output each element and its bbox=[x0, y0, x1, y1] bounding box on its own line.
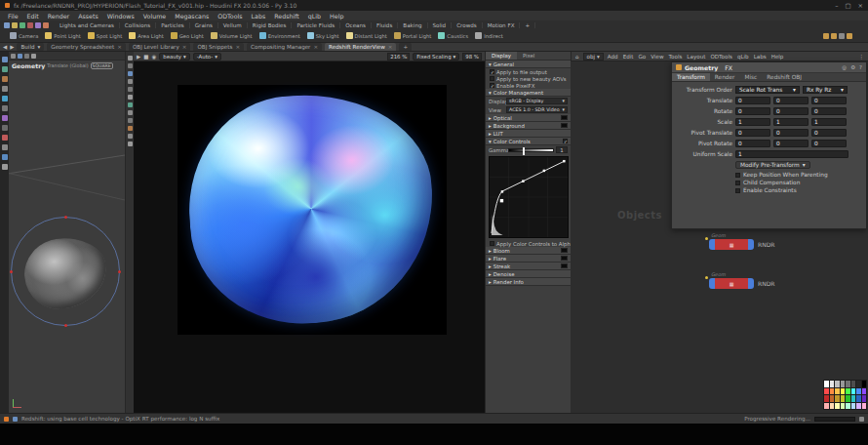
section-flare[interactable]: ▸ Flare bbox=[486, 255, 571, 263]
shelf-tab[interactable]: Motion FX bbox=[483, 22, 521, 28]
slider-handle[interactable] bbox=[523, 147, 525, 155]
rotate-x-field[interactable]: 0 bbox=[735, 107, 770, 115]
checkbox[interactable] bbox=[735, 188, 740, 193]
shelf-tab[interactable]: Fluids bbox=[372, 22, 398, 28]
section-render-info[interactable]: ▸ Render Info bbox=[486, 278, 571, 286]
node-body[interactable]: ▦ bbox=[715, 239, 748, 250]
palette-swatch[interactable] bbox=[851, 388, 856, 395]
shaded-icon[interactable] bbox=[128, 71, 133, 76]
home-icon[interactable]: ⌂ bbox=[575, 53, 579, 61]
network-menu-item[interactable]: View bbox=[651, 54, 663, 60]
open-file-icon[interactable] bbox=[12, 22, 18, 28]
menu-item[interactable]: Edit bbox=[27, 13, 39, 20]
gamma-slider[interactable] bbox=[508, 148, 554, 152]
network-menu-item[interactable]: Labs bbox=[754, 54, 767, 60]
palette-swatch[interactable] bbox=[824, 395, 829, 402]
palette-swatch[interactable] bbox=[856, 395, 861, 402]
render-tool-icon[interactable] bbox=[847, 33, 852, 39]
shelf-tool[interactable]: Geo Light bbox=[171, 32, 204, 39]
network-menu-item[interactable]: Go bbox=[639, 54, 647, 60]
modify-pretransform-button[interactable]: Modify Pre-Transform ▾ bbox=[735, 161, 810, 169]
paint-tool-icon[interactable] bbox=[2, 135, 8, 141]
pivot-translate-x-field[interactable]: 0 bbox=[735, 129, 770, 137]
pivot-translate-y-field[interactable]: 0 bbox=[773, 129, 809, 137]
close-icon[interactable]: × bbox=[235, 44, 240, 50]
network-menu-item[interactable]: ODTools bbox=[710, 54, 732, 60]
menu-item[interactable]: Render bbox=[48, 13, 69, 20]
palette-swatch[interactable] bbox=[862, 395, 867, 402]
section-denoise[interactable]: ▸ Denoise bbox=[486, 270, 571, 278]
alpha-checkbox-row[interactable]: Apply Color Controls to Alpha bbox=[486, 240, 571, 247]
palette-swatch[interactable] bbox=[824, 403, 829, 410]
checkbox[interactable] bbox=[735, 173, 740, 178]
geometry-node[interactable]: Geom ▦ RNDR bbox=[709, 278, 754, 289]
grid-toggle-icon[interactable] bbox=[128, 118, 133, 123]
tab-pixel[interactable]: Pixel bbox=[517, 52, 540, 60]
tab-display[interactable]: Display bbox=[486, 52, 517, 60]
section-bloom[interactable]: ▸ Bloom bbox=[486, 247, 571, 255]
toggle-icon[interactable] bbox=[839, 33, 845, 39]
back-icon[interactable]: ◀ bbox=[3, 43, 7, 51]
maximize-button[interactable]: ▢ bbox=[845, 2, 850, 10]
palette-swatch[interactable] bbox=[830, 381, 835, 387]
menu-item[interactable]: File bbox=[8, 13, 19, 20]
shelf-tab[interactable]: Vellum bbox=[218, 22, 248, 28]
palette-swatch[interactable] bbox=[824, 388, 829, 395]
desktop-selector[interactable]: Build ▾ bbox=[17, 43, 44, 51]
viewport-cam-icon[interactable] bbox=[31, 54, 36, 59]
shelf-tab[interactable]: Particles bbox=[156, 22, 190, 28]
view-tool-icon[interactable] bbox=[2, 125, 8, 131]
section-optical[interactable]: ▸ Optical bbox=[486, 114, 571, 122]
checkbox[interactable]: ✓ bbox=[490, 69, 494, 74]
palette-swatch[interactable] bbox=[835, 388, 840, 395]
menu-item[interactable]: ODTools bbox=[217, 13, 242, 20]
xform-order-selector[interactable]: Scale Rot Trans ▾ bbox=[735, 86, 800, 94]
shelf-tool[interactable]: Sky Light bbox=[307, 32, 339, 39]
close-icon[interactable]: × bbox=[313, 44, 318, 50]
color-controls-checkbox[interactable]: ✓ bbox=[563, 139, 568, 143]
shelf-tool[interactable]: Indirect bbox=[475, 32, 503, 39]
lighting-icon[interactable] bbox=[128, 79, 133, 84]
gain-field[interactable]: 98 % bbox=[462, 53, 482, 61]
light-tool-icon[interactable] bbox=[831, 33, 837, 39]
forward-icon[interactable]: ▶ bbox=[10, 43, 14, 51]
node-name-label[interactable]: RNDR bbox=[758, 280, 774, 287]
sculpt-tool-icon[interactable] bbox=[2, 144, 8, 150]
shelf-tool[interactable]: Spot Light bbox=[88, 32, 122, 39]
checkbox-row[interactable]: ✓ Apply to file output bbox=[486, 68, 571, 75]
section-color-management[interactable]: ▾ Color Management bbox=[486, 89, 571, 97]
menu-item[interactable]: Labs bbox=[252, 13, 266, 20]
close-icon[interactable]: × bbox=[388, 44, 393, 50]
status-message-icon[interactable] bbox=[13, 417, 18, 422]
palette-swatch[interactable] bbox=[862, 381, 867, 387]
palette-swatch[interactable] bbox=[851, 381, 856, 387]
menu-item[interactable]: Megascans bbox=[175, 13, 209, 20]
node-body[interactable]: ▦ bbox=[715, 278, 748, 289]
shelf-tool[interactable]: Point Light bbox=[45, 32, 80, 39]
new-file-icon[interactable] bbox=[4, 22, 10, 28]
menu-item[interactable]: Windows bbox=[107, 13, 135, 20]
palette-swatch[interactable] bbox=[835, 403, 840, 410]
gizmo-handle-top[interactable] bbox=[64, 216, 67, 219]
gamma-value-field[interactable]: 1 bbox=[556, 146, 568, 153]
pivot-rotate-z-field[interactable]: 0 bbox=[811, 140, 847, 147]
shelf-tab[interactable]: Grains bbox=[190, 22, 218, 28]
network-menu-item[interactable]: Edit bbox=[623, 54, 634, 60]
section-color-controls[interactable]: ▾ Color Controls ✓ bbox=[486, 138, 571, 145]
uniform-scale-field[interactable]: 1 bbox=[735, 150, 848, 158]
rop-selector[interactable]: beauty ▾ bbox=[159, 53, 189, 61]
viewport-persp-icon[interactable] bbox=[11, 54, 16, 59]
scale-tool-icon[interactable] bbox=[2, 86, 8, 92]
camera-lock-icon[interactable] bbox=[128, 110, 133, 115]
pose-tool-icon[interactable] bbox=[2, 96, 8, 101]
wireframe-icon[interactable] bbox=[128, 63, 133, 68]
close-button[interactable]: × bbox=[858, 2, 863, 10]
palette-swatch[interactable] bbox=[862, 388, 867, 395]
section-streak[interactable]: ▸ Streak bbox=[486, 263, 571, 270]
snapshot-icon[interactable] bbox=[128, 102, 133, 107]
tab-redshift-obj[interactable]: Redshift OBJ bbox=[762, 73, 807, 81]
display-normals-icon[interactable] bbox=[128, 95, 133, 100]
checkbox[interactable] bbox=[735, 181, 740, 185]
group-select-icon[interactable] bbox=[128, 134, 133, 139]
palette-swatch[interactable] bbox=[856, 388, 861, 395]
